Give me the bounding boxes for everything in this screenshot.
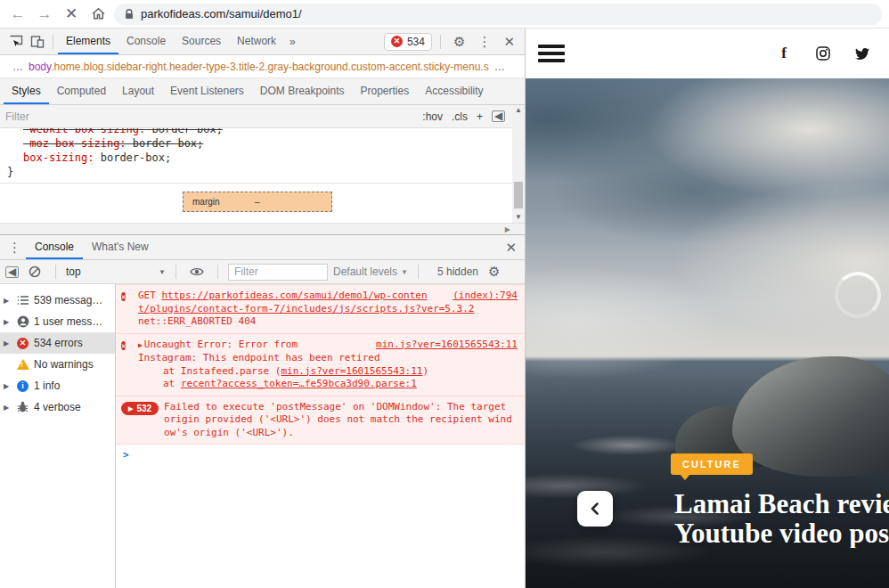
sidebar-item-warnings[interactable]: No warnings: [0, 354, 115, 375]
tab-event-listeners[interactable]: Event Listeners: [162, 78, 252, 104]
post-title[interactable]: Lamai Beach revie Youtube video pos: [674, 490, 889, 548]
css-rule[interactable]: -moz-box-sizing: border-box;: [7, 136, 525, 151]
forward-icon[interactable]: →: [34, 4, 55, 25]
address-bar[interactable]: parkofideas.com/samui/demo1/: [114, 4, 882, 25]
tab-elements[interactable]: Elements: [58, 29, 118, 54]
css-rule[interactable]: box-sizing: border-box;: [7, 151, 525, 165]
console-prompt[interactable]: >: [116, 445, 525, 467]
tab-network[interactable]: Network: [229, 29, 284, 54]
live-expression-eye-icon[interactable]: [186, 260, 208, 283]
scroll-right-icon[interactable]: ▶: [505, 224, 510, 235]
social-links: f: [777, 46, 869, 61]
styles-filter-input[interactable]: [5, 110, 415, 123]
chevron-left-icon: [590, 502, 600, 515]
sidebar-toggle-icon[interactable]: ◀: [492, 110, 505, 122]
sidebar-item-info[interactable]: ▶ i 1 info: [0, 375, 115, 396]
expand-icon[interactable]: ▶: [138, 341, 143, 349]
repeat-count-badge[interactable]: ▶ 532: [121, 402, 159, 415]
console-drawer: ⋮ Console What's New ✕ ◀ top ▼: [0, 234, 525, 588]
devtools-menu-icon[interactable]: ⋮: [473, 34, 495, 50]
drawer-menu-icon[interactable]: ⋮: [4, 240, 26, 256]
scroll-up-icon[interactable]: ▲: [512, 105, 525, 116]
toggle-class[interactable]: .cls: [452, 110, 468, 123]
tab-whats-new[interactable]: What's New: [83, 235, 158, 259]
execution-context-select[interactable]: top ▼: [66, 265, 166, 278]
expand-icon[interactable]: ▶: [4, 404, 12, 412]
sidebar-item-user-messages[interactable]: ▶ 1 user mess…: [0, 311, 115, 332]
breadcrumb-overflow-right[interactable]: …: [489, 61, 510, 73]
tab-dom-breakpoints[interactable]: DOM Breakpoints: [252, 78, 353, 104]
clear-console-icon[interactable]: [24, 260, 45, 283]
stack-link[interactable]: recent?access_token=…fe59bca3d90.parse:1: [181, 378, 417, 389]
instagram-icon[interactable]: [816, 46, 830, 61]
device-toolbar-icon[interactable]: [27, 30, 48, 53]
margin-value: –: [255, 197, 260, 207]
source-location-link[interactable]: (index):794: [453, 290, 518, 303]
css-rule[interactable]: -webkit-box-sizing: border-box;: [7, 128, 525, 136]
console-error-uncaught[interactable]: ✕ min.js?ver=1601565543:11 ▶Uncaught Err…: [116, 334, 525, 396]
error-count-badge[interactable]: ✕ 534: [384, 33, 432, 51]
home-icon[interactable]: [87, 4, 109, 25]
scroll-down-icon[interactable]: ▼: [512, 212, 525, 223]
request-url-link[interactable]: https://parkofideas.com/samui/demo1/wp-c…: [138, 290, 475, 314]
breadcrumb-node[interactable]: body.home.blog.sidebar-right.header-type…: [29, 61, 489, 73]
tab-console-drawer[interactable]: Console: [26, 235, 83, 259]
divider: [175, 265, 176, 279]
settings-gear-icon[interactable]: ⚙: [449, 34, 469, 50]
sidebar-item-verbose[interactable]: ▶ 4 verbose: [0, 396, 115, 418]
category-badge[interactable]: CULTURE: [671, 453, 753, 475]
user-icon: [16, 315, 29, 329]
stop-icon[interactable]: ✕: [61, 4, 82, 25]
log-levels-select[interactable]: Default levels ▼: [333, 265, 408, 278]
tab-console[interactable]: Console: [118, 29, 174, 54]
url-text[interactable]: parkofideas.com/samui/demo1/: [141, 7, 302, 20]
post-title-line2: Youtube video pos: [674, 519, 889, 549]
console-settings-gear-icon[interactable]: ⚙: [484, 264, 504, 280]
source-location-link[interactable]: min.js?ver=1601565543:11: [376, 339, 518, 352]
stack-link[interactable]: min.js?ver=1601565543:11: [281, 365, 422, 377]
devtools-close-icon[interactable]: ✕: [499, 34, 519, 50]
tab-computed[interactable]: Computed: [49, 78, 114, 104]
console-error-postmessage[interactable]: ▶ 532 Failed to execute 'postMessage' on…: [116, 396, 525, 445]
divider: [418, 265, 419, 279]
browser-toolbar: ← → ✕ parkofideas.com/samui/demo1/: [0, 0, 889, 29]
tab-styles[interactable]: Styles: [4, 78, 49, 104]
repeat-count: 532: [136, 402, 151, 415]
scrollbar-thumb[interactable]: [514, 182, 523, 208]
lock-icon: [125, 9, 134, 20]
drawer-close-icon[interactable]: ✕: [501, 240, 521, 256]
box-model-margin[interactable]: margin –: [183, 192, 332, 212]
sidebar-item-all-messages[interactable]: ▶ 539 messag…: [0, 290, 115, 311]
expand-icon[interactable]: ▶: [4, 318, 12, 326]
facebook-icon[interactable]: f: [777, 46, 791, 61]
back-icon[interactable]: ←: [7, 4, 29, 25]
devtools-panel: Elements Console Sources Network » ✕ 534…: [0, 29, 526, 588]
console-filter-input[interactable]: [228, 264, 328, 281]
sidebar-item-label: 4 verbose: [34, 401, 81, 413]
slider-prev-button[interactable]: [577, 491, 613, 527]
hamburger-menu-icon[interactable]: [538, 41, 565, 66]
toggle-hover-state[interactable]: :hov: [422, 110, 443, 123]
home-icon-svg: [91, 6, 106, 21]
console-error-network[interactable]: ✕ (index):794 GET https://parkofideas.co…: [116, 284, 525, 334]
styles-vertical-scrollbar[interactable]: ▲ ▼: [512, 105, 525, 223]
tab-layout[interactable]: Layout: [114, 78, 162, 104]
devtools-tab-bar: Elements Console Sources Network » ✕ 534…: [0, 29, 525, 55]
expand-icon[interactable]: ▶: [4, 382, 12, 390]
more-tabs-icon[interactable]: »: [284, 36, 301, 48]
breadcrumb-overflow-left[interactable]: …: [7, 61, 29, 73]
tab-sources[interactable]: Sources: [174, 29, 229, 54]
sidebar-item-errors[interactable]: ▶ ✕ 534 errors: [0, 332, 115, 354]
expand-icon[interactable]: ▶: [4, 339, 12, 347]
inspect-element-icon[interactable]: [5, 30, 27, 53]
console-sidebar-toggle-icon[interactable]: ◀: [5, 266, 19, 278]
styles-tab-bar: Styles Computed Layout Event Listeners D…: [0, 78, 525, 105]
twitter-icon[interactable]: [855, 46, 869, 61]
new-style-rule-button[interactable]: +: [477, 110, 483, 123]
breadcrumb: … body.home.blog.sidebar-right.header-ty…: [0, 55, 525, 78]
tab-properties[interactable]: Properties: [353, 78, 418, 104]
messages-list-icon: [16, 294, 29, 307]
expand-icon[interactable]: ▶: [4, 297, 12, 305]
tab-accessibility[interactable]: Accessibility: [417, 78, 491, 104]
styles-horizontal-scrollbar[interactable]: ▶: [0, 223, 525, 234]
